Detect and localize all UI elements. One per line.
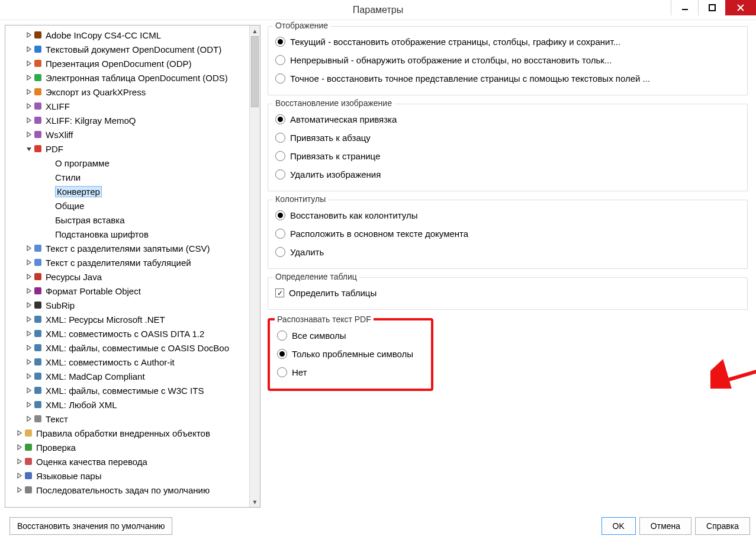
chevron-right-icon[interactable]: [25, 273, 33, 280]
chevron-right-icon[interactable]: [25, 344, 33, 351]
chevron-right-icon[interactable]: [25, 415, 33, 422]
tree[interactable]: Adobe InCopy CS4-CC ICMLТекстовый докуме…: [5, 25, 249, 507]
tree-item-label: WsXliff: [46, 130, 73, 140]
tree-item[interactable]: Последовательность задач по умолчанию: [8, 483, 249, 497]
tree-item[interactable]: WsXliff: [8, 127, 249, 142]
tree-item[interactable]: О программе: [8, 156, 249, 170]
chevron-down-icon[interactable]: [25, 145, 33, 152]
scroll-thumb[interactable]: [251, 36, 259, 107]
cancel-button[interactable]: Отмена: [639, 517, 691, 535]
tree-item[interactable]: XML: файлы, совместимые с W3C ITS: [8, 383, 249, 397]
radio-icon: [275, 37, 285, 47]
tree-item[interactable]: XML: MadCap Compliant: [8, 369, 249, 383]
radio-display-2[interactable]: Точное - восстановить точное представлен…: [275, 69, 740, 88]
scroll-down-icon[interactable]: ▼: [250, 496, 260, 507]
tree-item[interactable]: XML: Любой XML: [8, 397, 249, 412]
tree-item[interactable]: Проверка: [8, 440, 249, 454]
tree-item[interactable]: XLIFF: Kilgray MemoQ: [8, 113, 249, 127]
close-button[interactable]: [725, 0, 756, 15]
radio-label: Точное - восстановить точное представлен…: [290, 73, 650, 84]
tree-item[interactable]: Adobe InCopy CS4-CC ICML: [8, 28, 249, 42]
chevron-right-icon[interactable]: [16, 472, 23, 479]
chevron-right-icon[interactable]: [25, 401, 33, 408]
radio-image-2[interactable]: Привязать к странице: [275, 147, 740, 165]
chevron-right-icon[interactable]: [25, 131, 33, 138]
tree-item[interactable]: XML: совместимость с OASIS DITA 1.2: [8, 326, 249, 341]
tree-item[interactable]: SubRip: [8, 298, 249, 312]
chevron-right-icon[interactable]: [25, 31, 33, 39]
tree-item[interactable]: Быстрая вставка: [8, 213, 249, 227]
tree-item-label: Оценка качества перевода: [36, 457, 147, 467]
radio-display-1[interactable]: Непрерывный - обнаружить отображение и с…: [275, 51, 740, 69]
tree-item[interactable]: Экспорт из QuarkXPress: [8, 85, 249, 99]
tree-panel: Adobe InCopy CS4-CC ICMLТекстовый докуме…: [5, 25, 260, 508]
radio-image-0[interactable]: Автоматическая привязка: [275, 110, 740, 129]
scrollbar[interactable]: ▲ ▼: [249, 25, 260, 507]
chevron-right-icon[interactable]: [16, 486, 23, 493]
radio-label: Удалить изображения: [290, 169, 381, 179]
chevron-right-icon[interactable]: [16, 429, 23, 437]
tree-item[interactable]: PDF: [8, 142, 249, 156]
tree-item[interactable]: Текст: [8, 412, 249, 426]
file-type-icon: [24, 471, 34, 480]
tree-item[interactable]: Формат Portable Object: [8, 284, 249, 298]
tree-item[interactable]: XLIFF: [8, 99, 249, 113]
tree-item[interactable]: XML: файлы, совместимые с OASIS DocBoo: [8, 341, 249, 355]
tree-item[interactable]: Конвертер: [8, 184, 249, 198]
tree-item[interactable]: Презентация OpenDocument (ODP): [8, 56, 249, 70]
radio-headers-0[interactable]: Восстановить как колонтитулы: [275, 206, 740, 225]
tree-item[interactable]: Текст с разделителями табуляцией: [8, 255, 249, 270]
scroll-up-icon[interactable]: ▲: [250, 25, 260, 36]
chevron-right-icon[interactable]: [25, 302, 33, 309]
tree-item[interactable]: Электронная таблица OpenDocument (ODS): [8, 70, 249, 85]
chevron-right-icon[interactable]: [25, 117, 33, 124]
tree-item[interactable]: Общие: [8, 198, 249, 213]
chevron-right-icon[interactable]: [25, 102, 33, 110]
svg-rect-30: [25, 486, 32, 493]
tree-item[interactable]: Текст с разделителями запятыми (CSV): [8, 241, 249, 255]
titlebar: Параметры: [0, 0, 756, 20]
radio-image-1[interactable]: Привязать к абзацу: [275, 129, 740, 147]
tree-item[interactable]: Подстановка шрифтов: [8, 227, 249, 241]
chevron-right-icon[interactable]: [25, 245, 33, 252]
radio-ocr-2[interactable]: Нет: [277, 363, 424, 381]
chevron-right-icon[interactable]: [25, 259, 33, 266]
tree-item[interactable]: Оценка качества перевода: [8, 454, 249, 469]
chevron-right-icon[interactable]: [25, 316, 33, 323]
maximize-button[interactable]: [698, 0, 725, 15]
tree-item[interactable]: XML: Ресурсы Microsoft .NET: [8, 312, 249, 326]
restore-defaults-button[interactable]: Восстановить значения по умолчанию: [9, 517, 172, 535]
chevron-right-icon[interactable]: [25, 287, 33, 294]
radio-display-0[interactable]: Текущий - восстановить отображение стран…: [275, 33, 740, 51]
chevron-right-icon[interactable]: [25, 373, 33, 380]
tree-item[interactable]: Языковые пары: [8, 469, 249, 483]
help-button[interactable]: Справка: [695, 517, 750, 535]
tree-item-label: XLIFF: [46, 101, 70, 111]
tree-item[interactable]: Стили: [8, 170, 249, 184]
chevron-right-icon[interactable]: [25, 387, 33, 394]
radio-headers-2[interactable]: Удалить: [275, 243, 740, 261]
radio-headers-1[interactable]: Расположить в основном тексте документа: [275, 225, 740, 243]
tree-item[interactable]: Ресурсы Java: [8, 270, 249, 284]
tree-item-label: XML: совместимость с Author-it: [46, 357, 175, 367]
tree-item[interactable]: Правила обработки внедренных объектов: [8, 426, 249, 440]
minimize-button[interactable]: [671, 0, 698, 15]
ok-button[interactable]: OK: [601, 517, 636, 535]
scroll-track[interactable]: [250, 36, 260, 496]
radio-image-3[interactable]: Удалить изображения: [275, 165, 740, 184]
radio-ocr-0[interactable]: Все символы: [277, 326, 424, 345]
svg-rect-9: [34, 102, 41, 110]
tree-item[interactable]: XML: совместимость с Author-it: [8, 355, 249, 369]
tree-item[interactable]: Текстовый документ OpenDocument (ODT): [8, 42, 249, 56]
chevron-right-icon[interactable]: [25, 330, 33, 337]
radio-ocr-1[interactable]: Только проблемные символы: [277, 345, 424, 363]
chevron-right-icon[interactable]: [25, 358, 33, 365]
chevron-right-icon[interactable]: [16, 444, 23, 451]
checkbox-detect-tables[interactable]: Определить таблицы: [275, 284, 740, 302]
chevron-right-icon[interactable]: [16, 458, 23, 465]
settings-panel: Отображение Текущий - восстановить отобр…: [266, 25, 751, 508]
chevron-right-icon[interactable]: [25, 74, 33, 81]
chevron-right-icon[interactable]: [25, 88, 33, 95]
chevron-right-icon[interactable]: [25, 46, 33, 53]
chevron-right-icon[interactable]: [25, 60, 33, 67]
